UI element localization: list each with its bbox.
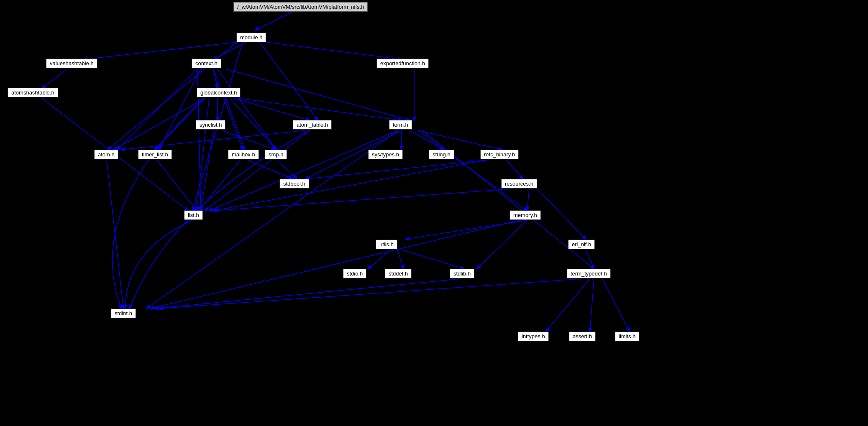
- node-valueshashtable-h: valueshashtable.h: [46, 59, 97, 68]
- svg-line-56: [602, 279, 630, 332]
- svg-line-52: [155, 279, 460, 309]
- node-smp-h: smp.h: [265, 150, 287, 159]
- node-globalcontext-h: globalcontext.h: [197, 88, 241, 97]
- svg-line-49: [397, 250, 404, 269]
- svg-line-47: [151, 220, 519, 309]
- svg-line-40: [213, 160, 489, 211]
- node-limits-h: limits.h: [615, 332, 639, 341]
- svg-line-35: [157, 160, 197, 211]
- node-atomshashtable-h: atomshashtable.h: [8, 88, 58, 97]
- node-stdbool-h: stdbool.h: [279, 179, 309, 189]
- node-platform-nifs: /_w/AtomVM/AtomVM/src/libAtomVM/platform…: [233, 2, 368, 12]
- node-utils-h: utils.h: [376, 240, 397, 249]
- node-atom-table-h: atom_table.h: [293, 120, 332, 130]
- node-context-h: context.h: [192, 59, 221, 68]
- svg-line-54: [546, 279, 590, 332]
- svg-line-48: [368, 250, 391, 269]
- svg-line-15: [234, 98, 310, 120]
- svg-line-50: [402, 250, 464, 269]
- svg-line-5: [42, 69, 67, 89]
- svg-line-16: [114, 98, 205, 150]
- svg-line-53: [159, 279, 581, 309]
- node-erl-nif-h: erl_nif.h: [568, 240, 595, 249]
- svg-line-22: [201, 130, 213, 211]
- svg-line-20: [238, 98, 402, 120]
- node-module-h: module.h: [236, 33, 266, 42]
- node-string-h: string.h: [429, 150, 454, 159]
- svg-line-18: [226, 98, 245, 150]
- svg-line-41: [305, 160, 489, 179]
- svg-line-0: [255, 12, 293, 30]
- node-refc-binary-h: refc_binary.h: [480, 150, 519, 159]
- node-term-h: term.h: [389, 120, 412, 130]
- node-exportedfunction-h: exportedfunction.h: [376, 59, 429, 68]
- svg-line-1: [84, 42, 241, 59]
- svg-line-31: [209, 130, 398, 211]
- node-stdint-h: stdint.h: [111, 309, 136, 318]
- node-sys-types-h: sys/types.h: [368, 150, 403, 159]
- node-atom-h: atom.h: [94, 150, 118, 159]
- svg-line-44: [538, 189, 586, 239]
- node-resources-h: resources.h: [501, 179, 537, 189]
- node-stdio-h: stdio.h: [343, 269, 366, 278]
- svg-line-27: [410, 130, 443, 150]
- svg-line-51: [586, 250, 594, 269]
- node-stddef-h: stddef.h: [385, 269, 412, 278]
- node-term-typedef-h: term_typedef.h: [567, 269, 611, 278]
- svg-line-11: [226, 69, 410, 120]
- svg-line-12: [218, 69, 276, 150]
- node-stdlib-h: stdlib.h: [450, 269, 474, 278]
- node-list-h: list.h: [184, 210, 203, 220]
- svg-line-37: [247, 160, 293, 179]
- node-memory-h: memory.h: [510, 210, 541, 220]
- svg-line-25: [205, 130, 310, 211]
- node-mailbox-h: mailbox.h: [228, 150, 259, 159]
- svg-line-3: [264, 42, 402, 59]
- node-timer-list-h: timer_list.h: [138, 150, 172, 159]
- svg-line-43: [213, 189, 510, 211]
- svg-line-55: [590, 279, 594, 332]
- node-inttypes-h: inttypes.h: [518, 332, 549, 341]
- svg-line-45: [406, 220, 527, 239]
- svg-line-39: [506, 160, 523, 179]
- node-assert-h: assert.h: [569, 332, 596, 341]
- node-synclist-h: synclist.h: [196, 120, 225, 130]
- svg-line-46: [477, 220, 527, 269]
- svg-line-42: [527, 189, 529, 211]
